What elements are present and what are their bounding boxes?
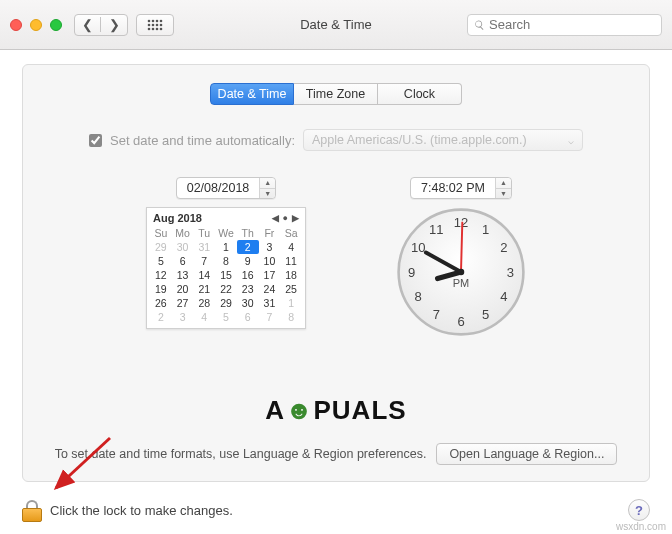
calendar-day[interactable]: 22 xyxy=(215,282,237,296)
time-column: 7:48:02 PM ▲ ▼ 121234567891011 xyxy=(396,177,526,337)
calendar-day[interactable]: 8 xyxy=(215,254,237,268)
clock-number: 1 xyxy=(482,222,489,237)
calendar-day[interactable]: 6 xyxy=(172,254,194,268)
calendar-day[interactable]: 15 xyxy=(215,268,237,282)
svg-point-10 xyxy=(156,27,159,30)
calendar-weekday: Mo xyxy=(172,226,194,240)
calendar-day[interactable]: 11 xyxy=(280,254,302,268)
tab-date-time[interactable]: Date & Time xyxy=(210,83,294,105)
time-stepper[interactable]: 7:48:02 PM ▲ ▼ xyxy=(410,177,512,199)
calendar-weekday: Su xyxy=(150,226,172,240)
calendar-day[interactable]: 24 xyxy=(259,282,281,296)
calendar-day[interactable]: 3 xyxy=(259,240,281,254)
calendar-weekday: Tu xyxy=(193,226,215,240)
nav-forward-button[interactable]: ❯ xyxy=(101,17,127,32)
calendar-day[interactable]: 25 xyxy=(280,282,302,296)
calendar-day[interactable]: 13 xyxy=(172,268,194,282)
formats-text: To set date and time formats, use Langua… xyxy=(55,447,427,461)
calendar-day[interactable]: 17 xyxy=(259,268,281,282)
time-server-select[interactable]: Apple Americas/U.S. (time.apple.com.) ⌵ xyxy=(303,129,583,151)
calendar-day[interactable]: 10 xyxy=(259,254,281,268)
lock-icon[interactable] xyxy=(22,498,42,522)
stepper-down-icon[interactable]: ▼ xyxy=(260,189,275,199)
calendar[interactable]: Aug 2018 ◀ ● ▶ SuMoTuWeThFrSa29303112345… xyxy=(146,207,306,329)
show-all-button[interactable] xyxy=(136,14,174,36)
calendar-day[interactable]: 20 xyxy=(172,282,194,296)
svg-point-7 xyxy=(160,23,163,26)
calendar-title: Aug 2018 xyxy=(153,212,202,224)
calendar-day: 30 xyxy=(172,240,194,254)
calendar-day[interactable]: 31 xyxy=(259,296,281,310)
source-note: wsxdn.com xyxy=(616,521,666,532)
auto-set-checkbox[interactable] xyxy=(89,134,102,147)
date-stepper-arrows[interactable]: ▲ ▼ xyxy=(259,178,275,198)
date-value: 02/08/2018 xyxy=(177,178,260,198)
help-button[interactable]: ? xyxy=(628,499,650,521)
stepper-down-icon[interactable]: ▼ xyxy=(496,189,511,199)
close-button[interactable] xyxy=(10,19,22,31)
open-language-region-button[interactable]: Open Language & Region... xyxy=(436,443,617,465)
calendar-day[interactable]: 9 xyxy=(237,254,259,268)
svg-point-13 xyxy=(458,269,465,276)
calendar-next-icon[interactable]: ▶ xyxy=(292,213,299,223)
minimize-button[interactable] xyxy=(30,19,42,31)
preferences-panel: Date & Time Time Zone Clock Set date and… xyxy=(22,64,650,482)
tab-time-zone[interactable]: Time Zone xyxy=(294,83,378,105)
nav-back-button[interactable]: ❮ xyxy=(75,17,101,32)
calendar-day: 3 xyxy=(172,310,194,324)
calendar-weekday: Fr xyxy=(259,226,281,240)
calendar-day[interactable]: 16 xyxy=(237,268,259,282)
time-stepper-arrows[interactable]: ▲ ▼ xyxy=(495,178,511,198)
calendar-day[interactable]: 2 xyxy=(237,240,259,254)
auto-set-row: Set date and time automatically: Apple A… xyxy=(23,129,649,151)
tab-clock[interactable]: Clock xyxy=(378,83,462,105)
calendar-today-icon[interactable]: ● xyxy=(283,213,288,223)
second-hand xyxy=(461,223,462,272)
calendar-day[interactable]: 18 xyxy=(280,268,302,282)
calendar-day[interactable]: 27 xyxy=(172,296,194,310)
calendar-weekday: Sa xyxy=(280,226,302,240)
svg-point-3 xyxy=(160,19,163,22)
date-stepper[interactable]: 02/08/2018 ▲ ▼ xyxy=(176,177,277,199)
formats-row: To set date and time formats, use Langua… xyxy=(23,443,649,465)
clock-number: 10 xyxy=(411,240,425,255)
window-controls xyxy=(10,19,62,31)
svg-point-6 xyxy=(156,23,159,26)
calendar-day: 5 xyxy=(215,310,237,324)
calendar-day[interactable]: 26 xyxy=(150,296,172,310)
search-input[interactable] xyxy=(489,17,655,32)
calendar-day: 8 xyxy=(280,310,302,324)
time-server-value: Apple Americas/U.S. (time.apple.com.) xyxy=(312,133,527,147)
calendar-day[interactable]: 1 xyxy=(215,240,237,254)
calendar-day: 1 xyxy=(280,296,302,310)
calendar-day[interactable]: 7 xyxy=(193,254,215,268)
calendar-day[interactable]: 12 xyxy=(150,268,172,282)
calendar-day[interactable]: 14 xyxy=(193,268,215,282)
auto-set-label: Set date and time automatically: xyxy=(110,133,295,148)
zoom-button[interactable] xyxy=(50,19,62,31)
calendar-day[interactable]: 30 xyxy=(237,296,259,310)
nav-back-forward: ❮ ❯ xyxy=(74,14,128,36)
calendar-day[interactable]: 29 xyxy=(215,296,237,310)
calendar-weekday: We xyxy=(215,226,237,240)
svg-point-8 xyxy=(148,27,151,30)
calendar-day[interactable]: 5 xyxy=(150,254,172,268)
svg-point-11 xyxy=(160,27,163,30)
search-field[interactable] xyxy=(467,14,662,36)
clock-number: 11 xyxy=(429,222,443,237)
calendar-day[interactable]: 19 xyxy=(150,282,172,296)
calendar-prev-icon[interactable]: ◀ xyxy=(272,213,279,223)
calendar-day[interactable]: 21 xyxy=(193,282,215,296)
calendar-day[interactable]: 23 xyxy=(237,282,259,296)
clock-number: 8 xyxy=(415,289,422,304)
calendar-weekday: Th xyxy=(237,226,259,240)
svg-point-1 xyxy=(152,19,155,22)
stepper-up-icon[interactable]: ▲ xyxy=(260,178,275,189)
calendar-day[interactable]: 28 xyxy=(193,296,215,310)
clock-number: 4 xyxy=(500,289,507,304)
stepper-up-icon[interactable]: ▲ xyxy=(496,178,511,189)
lock-text: Click the lock to make changes. xyxy=(50,503,233,518)
calendar-day[interactable]: 4 xyxy=(280,240,302,254)
titlebar: ❮ ❯ Date & Time xyxy=(0,0,672,50)
calendar-day: 31 xyxy=(193,240,215,254)
